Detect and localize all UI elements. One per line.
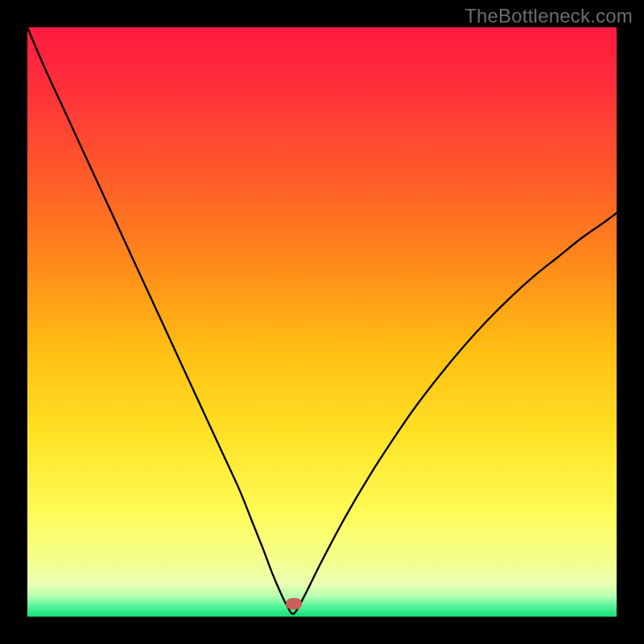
optimal-point-marker <box>286 598 302 609</box>
plot-area <box>27 27 617 617</box>
bottleneck-curve <box>27 27 617 617</box>
chart-frame: TheBottleneck.com <box>0 0 644 644</box>
watermark-text: TheBottleneck.com <box>464 5 633 27</box>
